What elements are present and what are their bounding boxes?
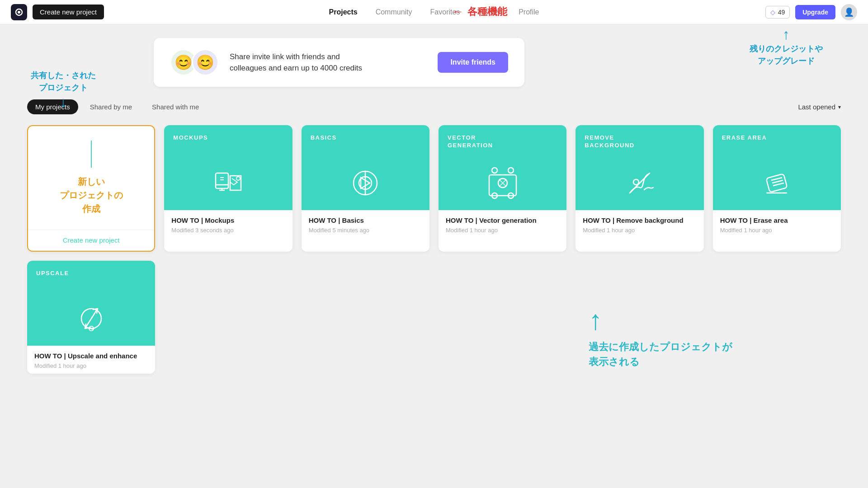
svg-line-24 (773, 183, 784, 186)
new-project-top: 新しい プロジェクトの 作成 (28, 126, 154, 230)
mockups-icon (210, 165, 246, 201)
card-modified-mockups: Modified 3 seconds ago (171, 227, 285, 234)
arrow-up-teal-icon: ↑ (589, 305, 732, 336)
svg-rect-21 (766, 174, 788, 192)
shared-annotation-text: 共有した・されたプロジェクト (31, 70, 96, 94)
main-content: 共有した・されたプロジェクト ↓ 😊 😊 Share invite link w… (0, 24, 868, 387)
vector-icon (485, 165, 521, 201)
card-modified-vector: Modified 1 hour ago (446, 227, 559, 234)
new-project-card[interactable]: 新しい プロジェクトの 作成 Create new project (27, 125, 155, 252)
new-project-footer: Create new project (28, 230, 154, 251)
nav-community[interactable]: Community (376, 8, 412, 16)
upgrade-button[interactable]: Upgrade (795, 5, 835, 19)
tabs-row: My projects Shared by me Shared with me … (27, 99, 841, 114)
svg-point-14 (492, 168, 497, 173)
upscale-icon (73, 300, 109, 337)
card-body-vector: HOW TO | Vector generation Modified 1 ho… (439, 210, 566, 238)
card-body-remove-bg: HOW TO | Remove background Modified 1 ho… (576, 210, 703, 238)
card-category-vector: VECTOR GENERATION (448, 134, 493, 150)
banner-avatars: 😊 😊 (170, 49, 219, 76)
project-card-vector[interactable]: VECTOR GENERATION HOW TO | Vector genera… (439, 125, 566, 252)
bottom-annotation-text: 過去に作成したプロジェクトが 表示される (589, 341, 732, 367)
new-project-jp: 新しい プロジェクトの 作成 (60, 175, 123, 216)
card-category-basics: BASICS (311, 134, 337, 142)
annotation-credits: ↑ 残りのクレジットや アップグレード (750, 26, 823, 67)
annotation-features-text: 各種機能 (467, 5, 507, 19)
annotation-features: ← 各種機能 (452, 5, 507, 19)
card-modified-upscale: Modified 1 hour ago (34, 362, 148, 369)
card-body-mockups: HOW TO | Mockups Modified 3 seconds ago (164, 210, 292, 238)
svg-point-9 (236, 177, 240, 180)
svg-line-22 (771, 178, 782, 180)
card-modified-remove-bg: Modified 1 hour ago (583, 227, 696, 234)
remove-bg-icon (622, 165, 658, 201)
annotation-credits-text: 残りのクレジットや アップグレード (750, 44, 823, 66)
card-thumbnail-upscale: UPSCALE (27, 261, 155, 346)
basics-icon (347, 165, 383, 201)
card-modified-basics: Modified 5 minutes ago (309, 227, 422, 234)
sort-label: Last opened (798, 103, 835, 111)
card-category-upscale: UPSCALE (36, 270, 69, 277)
card-category-remove-bg: REMOVE BACKGROUND (585, 134, 634, 150)
svg-point-15 (508, 168, 514, 173)
app-logo[interactable] (11, 4, 27, 20)
credits-badge[interactable]: ◇ 49 (765, 6, 790, 19)
erase-icon (759, 165, 795, 201)
invite-friends-button[interactable]: Invite friends (438, 52, 508, 73)
project-card-basics[interactable]: BASICS HOW TO | Basics Modified 5 minute… (302, 125, 429, 252)
card-title-erase: HOW TO | Erase area (720, 216, 834, 224)
nav-projects[interactable]: Projects (329, 8, 358, 16)
card-modified-erase: Modified 1 hour ago (720, 227, 834, 234)
card-category-mockups: MOCKUPS (173, 134, 208, 142)
header: Create new project Projects Community Fa… (0, 0, 868, 24)
card-body-erase: HOW TO | Erase area Modified 1 hour ago (713, 210, 841, 238)
card-title-upscale: HOW TO | Upscale and enhance (34, 352, 148, 360)
arrow-up-icon: ↑ (750, 26, 823, 43)
header-right: ◇ 49 Upgrade 👤 (765, 4, 857, 20)
diamond-icon: ◇ (770, 9, 775, 16)
nav-profile[interactable]: Profile (519, 8, 539, 16)
invite-banner: 😊 😊 Share invite link with friends and c… (154, 38, 524, 87)
create-project-label: Create new project (63, 236, 120, 244)
svg-line-23 (772, 180, 783, 183)
card-thumbnail-vector: VECTOR GENERATION (439, 125, 566, 210)
projects-grid: 新しい プロジェクトの 作成 Create new project MOCKUP… (27, 125, 841, 252)
svg-line-20 (630, 173, 650, 193)
project-card-mockups[interactable]: MOCKUPS HOW TO | Mockups Modified 3 seco… (164, 125, 292, 252)
banner-text: Share invite link with friends and colle… (230, 51, 362, 74)
card-body-basics: HOW TO | Basics Modified 5 minutes ago (302, 210, 429, 238)
sort-dropdown[interactable]: Last opened ▾ (798, 103, 841, 111)
new-project-line (91, 141, 92, 168)
card-thumbnail-mockups: MOCKUPS (164, 125, 292, 210)
chevron-down-icon: ▾ (838, 104, 841, 110)
shared-annotation: 共有した・されたプロジェクト ↓ (31, 70, 96, 111)
avatar-2: 😊 (192, 49, 219, 76)
card-body-upscale: HOW TO | Upscale and enhance Modified 1 … (27, 346, 155, 374)
card-title-remove-bg: HOW TO | Remove background (583, 216, 696, 224)
card-title-mockups: HOW TO | Mockups (171, 216, 285, 224)
card-thumbnail-erase: ERASE AREA (713, 125, 841, 210)
card-title-basics: HOW TO | Basics (309, 216, 422, 224)
credits-count: 49 (778, 9, 785, 16)
svg-point-2 (18, 11, 20, 14)
main-nav: Projects Community Favorites History Pro… (329, 8, 539, 16)
card-thumbnail-basics: BASICS (302, 125, 429, 210)
user-avatar[interactable]: 👤 (841, 4, 857, 20)
arrow-down-icon: ↓ (60, 94, 67, 110)
card-thumbnail-remove-bg: REMOVE BACKGROUND (576, 125, 703, 210)
arrow-left-icon: ← (452, 5, 464, 19)
project-card-upscale[interactable]: UPSCALE HOW TO | Upscale and enhance Mod… (27, 261, 155, 374)
bottom-annotation: ↑ 過去に作成したプロジェクトが 表示される (589, 305, 732, 369)
create-project-button[interactable]: Create new project (33, 5, 104, 19)
tab-shared-with-me[interactable]: Shared with me (144, 99, 207, 114)
project-card-remove-bg[interactable]: REMOVE BACKGROUND HOW TO | Remove backgr… (576, 125, 703, 252)
card-title-vector: HOW TO | Vector generation (446, 216, 559, 224)
svg-rect-3 (216, 173, 228, 188)
card-category-erase: ERASE AREA (722, 134, 767, 142)
project-card-erase[interactable]: ERASE AREA HOW TO | Erase area Modified … (713, 125, 841, 252)
